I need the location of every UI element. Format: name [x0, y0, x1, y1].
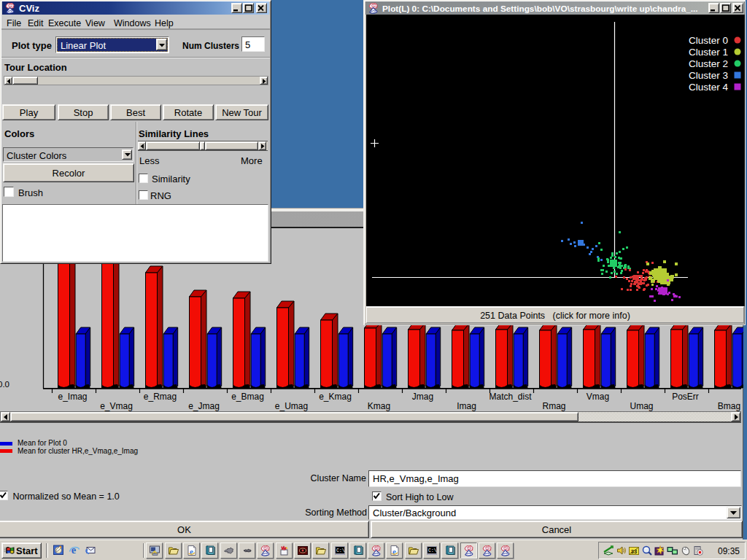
svg-text:e_Jmag: e_Jmag — [188, 401, 220, 411]
svg-text:PosErr: PosErr — [672, 392, 699, 402]
svg-text:C:\: C:\ — [428, 548, 437, 553]
svg-text:Kmag: Kmag — [368, 401, 390, 411]
svg-text:e_Kmag: e_Kmag — [319, 392, 352, 402]
svg-text:e_Imag: e_Imag — [58, 392, 87, 402]
svg-text:e_Rmag: e_Rmag — [144, 392, 177, 402]
svg-text:Vmag: Vmag — [587, 392, 609, 402]
svg-text:Rmag: Rmag — [542, 401, 565, 411]
svg-text:Jmag: Jmag — [412, 392, 433, 402]
svg-text:Imag: Imag — [457, 401, 476, 411]
svg-text:e_Vmag: e_Vmag — [100, 401, 133, 411]
svg-text:Match_dist: Match_dist — [489, 392, 532, 402]
svg-text:C:\: C:\ — [336, 548, 345, 553]
svg-text:e_Bmag: e_Bmag — [231, 392, 264, 402]
svg-text:Cluster 2: Cluster 2 — [689, 58, 728, 69]
svg-text:Cluster 3: Cluster 3 — [689, 70, 728, 81]
svg-text:e: e — [71, 544, 77, 556]
svg-text:0.0: 0.0 — [0, 380, 9, 389]
svg-text:Cluster 4: Cluster 4 — [689, 82, 729, 93]
svg-text:Cluster 1: Cluster 1 — [689, 47, 728, 58]
svg-text:e_Umag: e_Umag — [275, 401, 308, 411]
svg-text:Cluster 0: Cluster 0 — [689, 35, 728, 46]
svg-text:Bmag: Bmag — [718, 401, 740, 411]
svg-text:Umag: Umag — [630, 401, 653, 411]
